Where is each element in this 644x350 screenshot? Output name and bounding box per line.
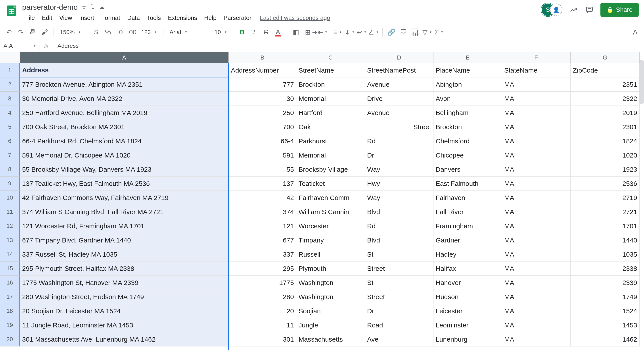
- cell[interactable]: 677: [229, 233, 296, 247]
- cell[interactable]: MA: [502, 134, 570, 148]
- col-header-B[interactable]: B: [229, 52, 296, 63]
- formula-input[interactable]: Address: [53, 43, 83, 49]
- cell[interactable]: MA: [502, 304, 570, 318]
- cell[interactable]: Massachusetts: [296, 332, 365, 346]
- cell[interactable]: Street: [365, 290, 434, 304]
- cell[interactable]: 66-4 Parkhurst Rd, Chelmsford MA 1824: [20, 134, 229, 148]
- cell[interactable]: 2339: [570, 276, 640, 290]
- cell[interactable]: MA: [502, 120, 570, 134]
- undo-icon[interactable]: ↶: [4, 27, 14, 37]
- cell[interactable]: 2019: [570, 106, 640, 120]
- row-header-15[interactable]: 15: [0, 261, 20, 276]
- cell[interactable]: Gardner: [434, 233, 502, 247]
- row-header-4[interactable]: 4: [0, 106, 20, 120]
- cell[interactable]: 280: [229, 290, 296, 304]
- cell[interactable]: Rd: [365, 219, 434, 233]
- cell[interactable]: 700: [229, 120, 296, 134]
- row-header-13[interactable]: 13: [0, 233, 20, 247]
- cell[interactable]: 1749: [570, 290, 640, 304]
- cell[interactable]: Avenue: [365, 106, 434, 120]
- cell[interactable]: StreetNamePost: [365, 63, 434, 78]
- cell[interactable]: 337: [229, 247, 296, 261]
- cell[interactable]: Russell: [296, 247, 365, 261]
- sheets-logo[interactable]: [4, 3, 20, 19]
- cell[interactable]: MA: [502, 191, 570, 205]
- col-header-A[interactable]: A: [20, 52, 229, 63]
- cell[interactable]: Worcester: [296, 219, 365, 233]
- cell[interactable]: MA: [502, 247, 570, 261]
- cell[interactable]: Washington: [296, 276, 365, 290]
- redo-icon[interactable]: ↷: [16, 27, 26, 37]
- cell[interactable]: East Falmouth: [434, 177, 502, 191]
- rotate-icon[interactable]: ∠: [368, 27, 379, 37]
- cell[interactable]: Memorial: [296, 92, 365, 106]
- vertical-scrollbar[interactable]: [639, 60, 644, 104]
- row-header-8[interactable]: 8: [0, 162, 20, 177]
- row-header-20[interactable]: 20: [0, 332, 20, 346]
- cell[interactable]: 250 Hartford Avenue, Bellingham MA 2019: [20, 106, 229, 120]
- cell[interactable]: 11: [229, 318, 296, 332]
- text-color-button[interactable]: A: [273, 27, 283, 37]
- cell[interactable]: Road: [365, 318, 434, 332]
- cell[interactable]: Bellingham: [434, 106, 502, 120]
- cell[interactable]: 591 Memorial Dr, Chicopee MA 1020: [20, 148, 229, 162]
- menu-data[interactable]: Data: [124, 13, 143, 23]
- cell[interactable]: Avon: [434, 92, 502, 106]
- cell[interactable]: 30: [229, 92, 296, 106]
- row-header-17[interactable]: 17: [0, 290, 20, 304]
- cell[interactable]: Washington: [296, 290, 365, 304]
- cell[interactable]: 374 William S Canning Blvd, Fall River M…: [20, 205, 229, 219]
- row-header-3[interactable]: 3: [0, 92, 20, 106]
- cell[interactable]: 2351: [570, 78, 640, 92]
- cell[interactable]: Abington: [434, 78, 502, 92]
- percent-icon[interactable]: %: [102, 27, 113, 37]
- row-header-19[interactable]: 19: [0, 318, 20, 332]
- cell[interactable]: PlaceName: [434, 63, 502, 78]
- cell[interactable]: 1775: [229, 276, 296, 290]
- cell[interactable]: 374: [229, 205, 296, 219]
- cell[interactable]: 137 Teaticket Hwy, East Falmouth MA 2536: [20, 177, 229, 191]
- cell[interactable]: MA: [502, 205, 570, 219]
- cell[interactable]: Danvers: [434, 162, 502, 177]
- cell[interactable]: Oak: [296, 120, 365, 134]
- cell[interactable]: Fall River: [434, 205, 502, 219]
- row-header-11[interactable]: 11: [0, 205, 20, 219]
- cell[interactable]: MA: [502, 92, 570, 106]
- cell[interactable]: 295 Plymouth Street, Halifax MA 2338: [20, 261, 229, 276]
- cell[interactable]: Hartford: [296, 106, 365, 120]
- cell[interactable]: 700 Oak Street, Brockton MA 2301: [20, 120, 229, 134]
- cell[interactable]: Hwy: [365, 177, 434, 191]
- cell[interactable]: 137: [229, 177, 296, 191]
- menu-view[interactable]: View: [56, 13, 75, 23]
- comment-icon[interactable]: 🗨: [398, 27, 409, 37]
- move-icon[interactable]: ⤵: [91, 4, 94, 11]
- doc-title[interactable]: parserator-demo: [22, 3, 78, 12]
- cell[interactable]: Memorial: [296, 148, 365, 162]
- cell[interactable]: 250: [229, 106, 296, 120]
- cell[interactable]: MA: [502, 276, 570, 290]
- cell[interactable]: Chelmsford: [434, 134, 502, 148]
- col-header-D[interactable]: D: [365, 52, 434, 63]
- link-icon[interactable]: 🔗: [386, 27, 397, 37]
- currency-icon[interactable]: $: [91, 27, 101, 37]
- cell[interactable]: MA: [502, 261, 570, 276]
- share-button[interactable]: Share: [600, 3, 639, 17]
- cell[interactable]: 121: [229, 219, 296, 233]
- cell[interactable]: Brockton: [434, 120, 502, 134]
- cell[interactable]: 2719: [570, 191, 640, 205]
- cell[interactable]: Dr: [365, 148, 434, 162]
- cell[interactable]: Brooksby Village: [296, 162, 365, 177]
- comments-icon[interactable]: [584, 5, 594, 15]
- cell[interactable]: 55 Brooksby Village Way, Danvers MA 1923: [20, 162, 229, 177]
- cell[interactable]: MA: [502, 148, 570, 162]
- cell[interactable]: 55: [229, 162, 296, 177]
- star-icon[interactable]: ☆: [81, 4, 87, 11]
- activity-icon[interactable]: [568, 5, 578, 15]
- cell[interactable]: StateName: [502, 63, 570, 78]
- menu-edit[interactable]: Edit: [39, 13, 56, 23]
- col-header-G[interactable]: G: [570, 52, 640, 63]
- cell[interactable]: 42 Fairhaven Commons Way, Fairhaven MA 2…: [20, 191, 229, 205]
- cell[interactable]: ZipCode: [570, 63, 640, 78]
- cell[interactable]: William S Cannin: [296, 205, 365, 219]
- cell[interactable]: 777 Brockton Avenue, Abington MA 2351: [20, 78, 229, 92]
